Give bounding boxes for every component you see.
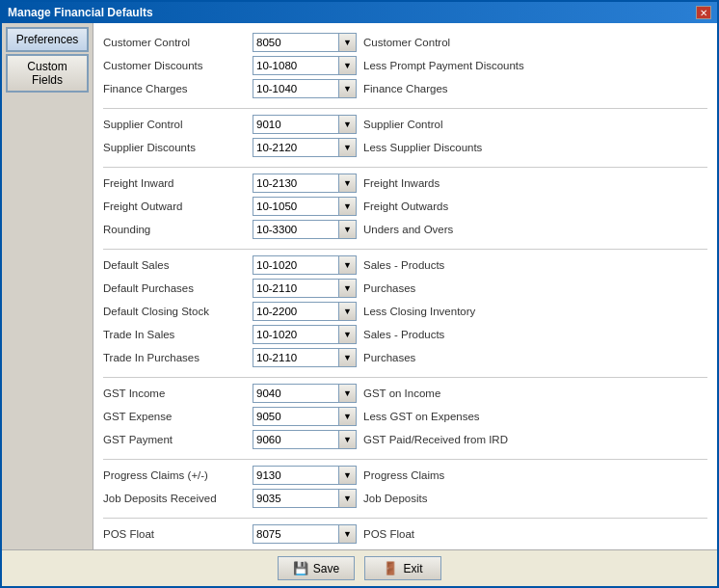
field-desc: Progress Claims (363, 469, 707, 481)
field-input-wrap: ▼ (253, 174, 363, 193)
group-divider (103, 108, 707, 109)
field-row: Default Sales▼Sales - Products (103, 254, 707, 277)
field-row: Customer Discounts▼Less Prompt Payment D… (103, 54, 707, 77)
field-label: Trade In Purchases (103, 351, 253, 365)
field-dropdown-btn[interactable]: ▼ (339, 384, 357, 403)
field-input[interactable] (253, 174, 339, 193)
field-desc: Sales - Products (363, 329, 707, 340)
field-label: Freight Inward (103, 176, 253, 191)
field-input[interactable] (253, 348, 339, 367)
field-group-progress: Progress Claims (+/-)▼Progress ClaimsJob… (103, 464, 707, 510)
field-dropdown-btn[interactable]: ▼ (339, 466, 357, 485)
field-row: Freight Inward▼Freight Inwards (103, 172, 707, 195)
preferences-tab[interactable]: Preferences (6, 27, 89, 52)
group-divider (103, 518, 707, 519)
window-title: Manage Financial Defaults (8, 6, 153, 19)
main-panel: Customer Control▼Customer ControlCustome… (93, 23, 717, 549)
field-input[interactable] (253, 430, 339, 449)
field-dropdown-btn[interactable]: ▼ (339, 407, 357, 426)
field-input-wrap: ▼ (253, 220, 363, 239)
field-input[interactable] (253, 325, 339, 344)
field-input[interactable] (253, 220, 339, 239)
field-label: GST Payment (103, 433, 253, 447)
field-desc: Unders and Overs (363, 224, 707, 235)
field-label: Default Sales (103, 258, 253, 273)
field-group-customers: Customer Control▼Customer ControlCustome… (103, 31, 707, 100)
field-row: Customer Control▼Customer Control (103, 31, 707, 54)
field-row: Rounding▼Unders and Overs (103, 218, 707, 241)
field-dropdown-btn[interactable]: ▼ (339, 302, 357, 321)
sidebar: Preferences Custom Fields (2, 23, 93, 549)
field-dropdown-btn[interactable]: ▼ (339, 79, 357, 98)
field-dropdown-btn[interactable]: ▼ (339, 279, 357, 298)
main-window: Manage Financial Defaults ✕ Preferences … (0, 0, 719, 588)
field-input-wrap: ▼ (253, 255, 363, 275)
field-input[interactable] (253, 79, 339, 98)
content-area: Preferences Custom Fields Customer Contr… (2, 23, 717, 549)
field-input[interactable] (253, 33, 339, 52)
field-input[interactable] (253, 524, 339, 544)
field-label: Customer Discounts (103, 59, 253, 73)
field-dropdown-btn[interactable]: ▼ (339, 524, 357, 544)
field-desc: Less GST on Expenses (363, 411, 707, 422)
field-dropdown-btn[interactable]: ▼ (339, 489, 357, 508)
field-label: Rounding (103, 223, 253, 237)
field-dropdown-btn[interactable]: ▼ (339, 56, 357, 75)
field-input-wrap: ▼ (253, 466, 363, 485)
group-divider (103, 167, 707, 168)
field-dropdown-btn[interactable]: ▼ (339, 348, 357, 367)
field-input[interactable] (253, 56, 339, 75)
field-input-wrap: ▼ (253, 79, 363, 98)
field-label: Trade In Sales (103, 328, 253, 342)
field-input[interactable] (253, 489, 339, 508)
field-dropdown-btn[interactable]: ▼ (339, 138, 357, 157)
field-dropdown-btn[interactable]: ▼ (339, 115, 357, 134)
field-label: Default Closing Stock (103, 305, 253, 319)
field-group-gst: GST Income▼GST on IncomeGST Expense▼Less… (103, 382, 707, 451)
exit-label: Exit (403, 562, 422, 575)
field-desc: Less Supplier Discounts (363, 142, 707, 153)
field-input-wrap: ▼ (253, 348, 363, 367)
field-row: Freight Outward▼Freight Outwards (103, 195, 707, 218)
field-input[interactable] (253, 115, 339, 134)
field-input-wrap: ▼ (253, 489, 363, 508)
field-input[interactable] (253, 138, 339, 157)
field-row: Default Closing Stock▼Less Closing Inven… (103, 300, 707, 323)
field-input[interactable] (253, 197, 339, 216)
field-input[interactable] (253, 302, 339, 321)
field-dropdown-btn[interactable]: ▼ (339, 430, 357, 449)
field-dropdown-btn[interactable]: ▼ (339, 33, 357, 52)
field-input[interactable] (253, 407, 339, 426)
field-input-wrap: ▼ (253, 407, 363, 426)
field-dropdown-btn[interactable]: ▼ (339, 325, 357, 344)
field-desc: Finance Charges (363, 83, 707, 94)
field-input[interactable] (253, 279, 339, 298)
field-desc: Supplier Control (363, 119, 707, 130)
field-dropdown-btn[interactable]: ▼ (339, 197, 357, 216)
field-row: Trade In Purchases▼Purchases (103, 346, 707, 369)
save-button[interactable]: 💾 Save (278, 556, 355, 580)
exit-button[interactable]: 🚪 Exit (364, 556, 441, 580)
field-group-suppliers: Supplier Control▼Supplier ControlSupplie… (103, 113, 707, 159)
field-input-wrap: ▼ (253, 56, 363, 75)
close-button[interactable]: ✕ (696, 6, 711, 19)
save-icon: 💾 (293, 561, 308, 575)
field-row: Job Deposits Received▼Job Deposits (103, 487, 707, 510)
field-dropdown-btn[interactable]: ▼ (339, 174, 357, 193)
field-input-wrap: ▼ (253, 325, 363, 344)
field-label: Customer Control (103, 36, 253, 50)
field-input[interactable] (253, 466, 339, 485)
field-label: Progress Claims (+/-) (103, 468, 253, 483)
field-label: Finance Charges (103, 82, 253, 96)
field-row: Supplier Discounts▼Less Supplier Discoun… (103, 136, 707, 159)
field-input[interactable] (253, 255, 339, 275)
bottom-bar: 💾 Save 🚪 Exit (2, 549, 717, 586)
custom-fields-tab[interactable]: Custom Fields (6, 54, 89, 93)
field-input-wrap: ▼ (253, 524, 363, 544)
field-dropdown-btn[interactable]: ▼ (339, 255, 357, 275)
field-label: GST Income (103, 387, 253, 401)
field-dropdown-btn[interactable]: ▼ (339, 220, 357, 239)
field-row: GST Expense▼Less GST on Expenses (103, 405, 707, 428)
field-input[interactable] (253, 384, 339, 403)
title-bar: Manage Financial Defaults ✕ (2, 2, 717, 23)
